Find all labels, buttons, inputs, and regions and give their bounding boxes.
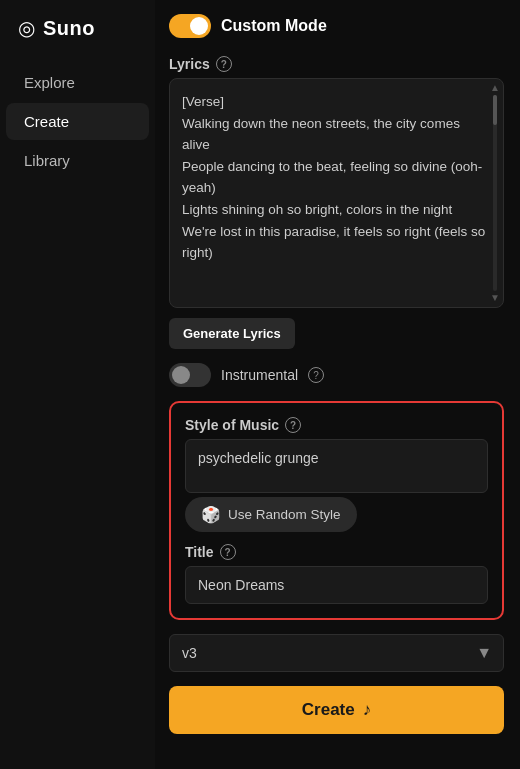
dice-icon: 🎲 bbox=[201, 505, 221, 524]
random-style-button[interactable]: 🎲 Use Random Style bbox=[185, 497, 357, 532]
scroll-thumb bbox=[493, 95, 497, 125]
title-label: Title bbox=[185, 544, 214, 560]
lyrics-scrollbar[interactable]: ▲ ▼ bbox=[491, 83, 499, 303]
instrumental-toggle[interactable] bbox=[169, 363, 211, 387]
scroll-down-arrow[interactable]: ▼ bbox=[490, 293, 500, 303]
create-button[interactable]: Create ♪ bbox=[169, 686, 504, 734]
style-of-music-box: Style of Music ? psychedelic grunge 🎲 Us… bbox=[169, 401, 504, 620]
title-section: Title ? bbox=[185, 544, 488, 604]
lyrics-label-row: Lyrics ? bbox=[169, 56, 504, 72]
version-select[interactable]: v1 v2 v3 v4 bbox=[169, 634, 504, 672]
lyrics-label: Lyrics bbox=[169, 56, 210, 72]
suno-logo-icon: ◎ bbox=[18, 16, 35, 40]
custom-mode-label: Custom Mode bbox=[221, 17, 327, 35]
main-content: Custom Mode Lyrics ? [Verse] Walking dow… bbox=[155, 0, 520, 769]
sidebar-nav: Explore Create Library bbox=[0, 64, 155, 179]
scroll-track bbox=[493, 95, 497, 291]
sidebar: ◎ Suno Explore Create Library bbox=[0, 0, 155, 769]
create-label: Create bbox=[302, 700, 355, 720]
lyrics-box: [Verse] Walking down the neon streets, t… bbox=[169, 78, 504, 308]
music-note-icon: ♪ bbox=[363, 700, 372, 720]
sidebar-item-explore[interactable]: Explore bbox=[6, 64, 149, 101]
style-label-row: Style of Music ? bbox=[185, 417, 488, 433]
scroll-up-arrow[interactable]: ▲ bbox=[490, 83, 500, 93]
logo-area: ◎ Suno bbox=[0, 16, 155, 64]
title-label-row: Title ? bbox=[185, 544, 488, 560]
custom-mode-row: Custom Mode bbox=[169, 14, 504, 42]
instrumental-help-icon[interactable]: ? bbox=[308, 367, 324, 383]
generate-lyrics-button[interactable]: Generate Lyrics bbox=[169, 318, 295, 349]
version-select-wrap: v1 v2 v3 v4 ▼ bbox=[169, 634, 504, 672]
lyrics-section: Lyrics ? [Verse] Walking down the neon s… bbox=[169, 56, 504, 349]
instrumental-label: Instrumental bbox=[221, 367, 298, 383]
style-input[interactable]: psychedelic grunge bbox=[185, 439, 488, 493]
custom-mode-toggle[interactable] bbox=[169, 14, 211, 38]
lyrics-help-icon[interactable]: ? bbox=[216, 56, 232, 72]
instrumental-row: Instrumental ? bbox=[169, 363, 504, 387]
style-label: Style of Music bbox=[185, 417, 279, 433]
suno-logo-text: Suno bbox=[43, 17, 95, 40]
lyrics-textarea[interactable]: [Verse] Walking down the neon streets, t… bbox=[182, 91, 491, 281]
sidebar-item-create[interactable]: Create bbox=[6, 103, 149, 140]
style-help-icon[interactable]: ? bbox=[285, 417, 301, 433]
title-help-icon[interactable]: ? bbox=[220, 544, 236, 560]
random-style-label: Use Random Style bbox=[228, 507, 341, 522]
sidebar-item-library[interactable]: Library bbox=[6, 142, 149, 179]
title-input[interactable] bbox=[185, 566, 488, 604]
style-section: Style of Music ? psychedelic grunge 🎲 Us… bbox=[185, 417, 488, 532]
